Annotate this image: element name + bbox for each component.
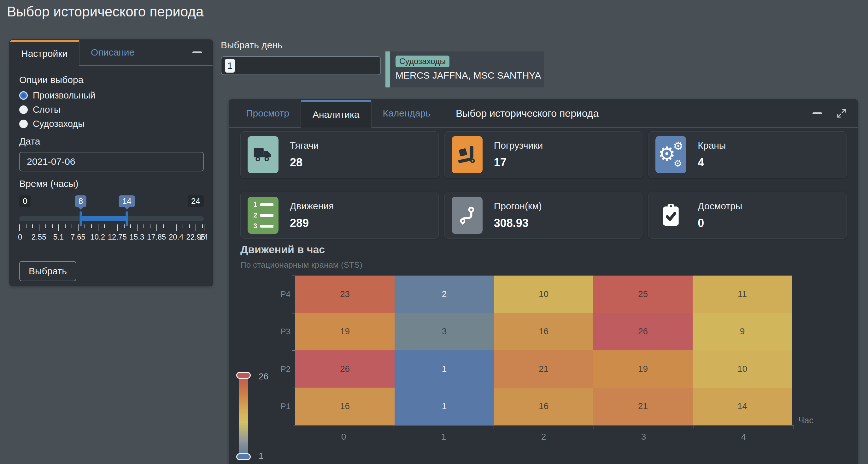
heatmap-colorbar[interactable]: 26 1 xyxy=(239,375,248,457)
settings-tabs-slot: НастройкиОписание xyxy=(10,40,146,65)
heatmap-cell-P1-3[interactable]: 21 xyxy=(593,387,693,425)
slider-tick-label: 15.3 xyxy=(130,233,145,241)
slider-handle-to[interactable] xyxy=(126,211,128,226)
heatmap-cell-P2-2[interactable]: 21 xyxy=(494,350,593,387)
slider-tick xyxy=(71,225,72,228)
radio-option-0[interactable]: Произвольный xyxy=(19,90,203,101)
slider-tick xyxy=(104,225,105,228)
heatmap-cell-P1-0[interactable]: 16 xyxy=(295,387,395,425)
heatmap-cell-P2-3[interactable]: 19 xyxy=(593,350,693,387)
heatmap-cell-value: 19 xyxy=(340,326,350,337)
heatmap-cell-value: 26 xyxy=(340,364,350,374)
heatmap-y-label: P3 xyxy=(265,327,290,337)
list-ol-icon: 1 2 3 xyxy=(253,198,274,233)
day-value-chip: 1 xyxy=(225,59,235,72)
heatmap-cell-P3-2[interactable]: 16 xyxy=(494,313,593,350)
slider-handle-from[interactable] xyxy=(80,211,82,226)
settings-tab-0[interactable]: Настройки xyxy=(10,40,80,66)
stat-card-label: Краны xyxy=(698,140,726,151)
heatmap-cell-P4-4[interactable]: 11 xyxy=(693,276,792,313)
collapse-panel-button[interactable] xyxy=(189,48,205,57)
radio-option-1[interactable]: Слоты xyxy=(19,105,203,115)
stat-card-icon-tile xyxy=(655,197,686,234)
slider-tick xyxy=(130,225,131,228)
heatmap-cell-value: 26 xyxy=(638,326,648,337)
slider-tick-label: 20.4 xyxy=(169,233,184,241)
stat-card-label: Прогон(км) xyxy=(494,201,542,211)
heatmap-cell-P1-4[interactable]: 14 xyxy=(693,387,792,425)
heatmap-x-label: 1 xyxy=(441,432,446,442)
settings-tabs: НастройкиОписание xyxy=(10,40,213,66)
slider-tick xyxy=(124,225,125,228)
radio-group: Произвольный Слоты Судозаходы xyxy=(19,90,203,129)
select-button[interactable]: Выбрать xyxy=(19,261,76,281)
analytics-tab-0[interactable]: Просмотр xyxy=(235,100,301,127)
heatmap-cell-P2-4[interactable]: 10 xyxy=(693,350,792,387)
heatmap-cell-value: 10 xyxy=(737,364,747,374)
heatmap-cell-P3-3[interactable]: 26 xyxy=(593,313,693,350)
slider-tick xyxy=(78,225,79,231)
ship-names: MERCS JAFFNA, MSC SANTHYA xyxy=(396,70,537,81)
stat-card-text: Движения 289 xyxy=(290,201,334,230)
colorbar-handle-max[interactable] xyxy=(236,372,251,379)
stat-card-text: Прогон(км) 308.93 xyxy=(494,201,542,230)
slider-track[interactable] xyxy=(19,216,204,221)
heatmap-cell-value: 1 xyxy=(442,401,447,411)
heatmap-cell-P3-4[interactable]: 9 xyxy=(693,313,792,350)
heatmap-cell-value: 16 xyxy=(539,326,549,337)
slider-tick xyxy=(117,225,118,231)
chart-title: Движений в час xyxy=(240,243,325,256)
heatmap-cell-P3-0[interactable]: 19 xyxy=(295,313,395,350)
stat-card-label: Движения xyxy=(290,201,334,211)
day-input[interactable]: 1 xyxy=(221,56,381,75)
analytics-panel: ПросмотрАналитикаКалендарь Выбор историч… xyxy=(229,99,858,464)
heatmap-row-P2: 261211910P2 xyxy=(295,350,792,387)
stat-card-1: Погрузчики 17 xyxy=(444,131,643,178)
slider-tick-label: 5.1 xyxy=(53,233,64,241)
heatmap-y-tick xyxy=(292,350,295,351)
heatmap-cell-P1-2[interactable]: 16 xyxy=(494,387,593,425)
heatmap-cell-value: 16 xyxy=(539,401,549,411)
heatmap-cell-P3-1[interactable]: 3 xyxy=(395,313,494,350)
analytics-tab-1[interactable]: Аналитика xyxy=(301,100,372,127)
expand-icon xyxy=(836,108,847,119)
analytics-tab-2[interactable]: Календарь xyxy=(372,100,442,127)
slider-tick-label: 0 xyxy=(18,233,22,241)
radio-icon xyxy=(19,120,28,128)
heatmap-cell-value: 16 xyxy=(340,401,350,411)
radio-option-2[interactable]: Судозаходы xyxy=(19,119,203,129)
heatmap-cell-value: 11 xyxy=(738,289,747,299)
settings-tab-1[interactable]: Описание xyxy=(80,40,146,65)
heatmap-cell-P4-3[interactable]: 25 xyxy=(593,276,693,313)
date-input[interactable]: 2021-07-06 xyxy=(19,152,204,171)
slider-tick xyxy=(176,225,177,231)
stat-card-text: Досмотры 0 xyxy=(698,201,742,230)
slider-range xyxy=(81,216,127,221)
stat-card-text: Тягачи 28 xyxy=(290,140,319,169)
slider-ticks xyxy=(19,225,204,231)
heatmap-cell-P2-1[interactable]: 1 xyxy=(395,350,494,387)
stat-card-value: 4 xyxy=(698,156,726,169)
colorbar-handle-min[interactable] xyxy=(236,453,251,460)
heatmap-x-tick xyxy=(693,426,694,429)
heatmap-x-label: 4 xyxy=(741,432,746,442)
minimize-panel-button[interactable] xyxy=(812,112,822,114)
heatmap-cell-value: 2 xyxy=(442,289,447,299)
stat-card-text: Погрузчики 17 xyxy=(494,140,543,169)
stat-card-label: Тягачи xyxy=(290,140,319,151)
slider-tick xyxy=(163,225,164,228)
heatmap-cell-P4-1[interactable]: 2 xyxy=(395,276,494,313)
stat-card-icon-tile xyxy=(452,197,483,234)
heatmap-cell-P4-0[interactable]: 23 xyxy=(295,276,395,313)
heatmap-cell-P4-2[interactable]: 10 xyxy=(494,276,593,313)
clipboard-check-icon xyxy=(662,204,679,226)
expand-panel-button[interactable] xyxy=(836,108,847,119)
heatmap-cell-P1-1[interactable]: 1 xyxy=(395,387,494,425)
stat-card-label: Погрузчики xyxy=(494,140,543,151)
heatmap-x-tick xyxy=(594,426,594,429)
gears-icon: ⚙⚙⚙ xyxy=(655,136,686,173)
heatmap-cell-P2-0[interactable]: 26 xyxy=(295,350,395,387)
slider-tick xyxy=(26,225,27,228)
heatmap-cell-value: 1 xyxy=(442,364,447,374)
x-axis-title: Час xyxy=(798,415,813,426)
